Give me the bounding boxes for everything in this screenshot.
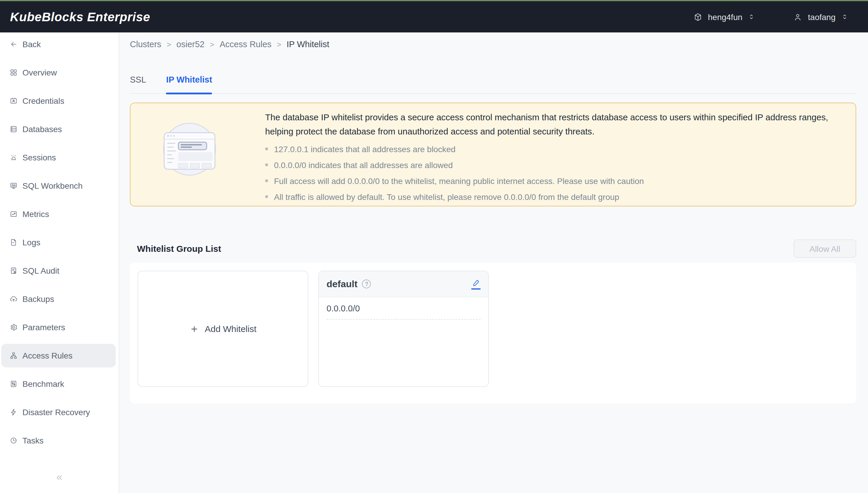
breadcrumb-access-rules[interactable]: Access Rules	[220, 40, 271, 49]
collapse-chevrons-icon: «	[56, 471, 62, 483]
breadcrumb-separator-icon: >	[166, 40, 171, 49]
banner-bullet: 127.0.0.1 indicates that all addresses a…	[265, 141, 847, 157]
sitemap-icon	[9, 351, 18, 360]
top-accent-bar	[0, 0, 868, 1]
whitelist-group-card: default ? 0.0.0.0/0	[318, 271, 489, 387]
breadcrumb-separator-icon: >	[210, 40, 214, 49]
sidebar-nav: Back Overview Creden	[0, 33, 119, 457]
main-content: Clusters > osier52 > Access Rules > IP W…	[119, 33, 868, 493]
sidebar-item-parameters[interactable]: Parameters	[1, 316, 116, 339]
group-card-header: default ?	[319, 271, 488, 297]
top-header-bar: KubeBlocks Enterprise heng4fun taofang	[0, 0, 868, 33]
sidebar-item-label: Metrics	[22, 209, 49, 219]
whitelist-panel: Add Whitelist default ?	[130, 262, 856, 403]
add-whitelist-card[interactable]: Add Whitelist	[138, 271, 308, 387]
org-selector[interactable]: heng4fun	[693, 12, 755, 22]
sidebar-item-logs[interactable]: Logs	[1, 231, 116, 254]
sql-monitor-icon: SQL	[9, 181, 18, 190]
sidebar-item-databases[interactable]: Databases	[1, 117, 116, 141]
banner-bullet: Full access will add 0.0.0.0/0 to the wh…	[265, 173, 847, 189]
whitelist-entry: 0.0.0.0/0	[326, 297, 481, 320]
sliders-icon	[9, 380, 18, 388]
banner-bullet: All traffic is allowed by default. To us…	[265, 189, 847, 205]
sidebar-item-sql-workbench[interactable]: SQL SQL Workbench	[1, 174, 116, 197]
id-badge-icon	[9, 97, 18, 105]
sidebar-item-back[interactable]: Back	[1, 33, 116, 56]
sidebar-item-credentials[interactable]: Credentials	[1, 89, 116, 113]
sidebar-item-disaster-recovery[interactable]: Disaster Recovery	[1, 401, 116, 424]
sidebar-item-tasks[interactable]: Tasks	[1, 429, 116, 452]
add-whitelist-label: Add Whitelist	[205, 324, 256, 334]
tab-ip-whitelist[interactable]: IP Whitelist	[166, 74, 212, 93]
sidebar-item-label: Overview	[22, 68, 57, 77]
sidebar-item-label: Access Rules	[22, 351, 73, 360]
banner-bullet-list: 127.0.0.1 indicates that all addresses a…	[265, 141, 847, 205]
banner-bullet-text: 127.0.0.1 indicates that all addresses a…	[274, 144, 456, 154]
sidebar: Back Overview Creden	[0, 33, 119, 493]
banner-bullet-text: 0.0.0.0/0 indicates that all addresses a…	[274, 160, 453, 170]
clock-icon	[9, 436, 18, 445]
user-name: taofang	[808, 12, 835, 22]
breadcrumb-clusters[interactable]: Clusters	[130, 40, 161, 49]
bullet-dot-icon	[265, 147, 268, 150]
cloud-upload-icon	[9, 295, 18, 303]
banner-bullet-text: Full access will add 0.0.0.0/0 to the wh…	[274, 176, 644, 186]
group-name: default	[326, 279, 358, 289]
group-card-body: 0.0.0.0/0	[319, 297, 488, 320]
sidebar-item-label: Backups	[22, 294, 54, 304]
allow-all-button[interactable]: Allow All	[793, 239, 856, 258]
user-selector[interactable]: taofang	[793, 12, 849, 22]
document-icon	[9, 238, 18, 246]
banner-bullet-text: All traffic is allowed by default. To us…	[274, 192, 619, 201]
sidebar-item-access-rules[interactable]: Access Rules	[1, 344, 116, 367]
sidebar-item-label: SQL Workbench	[22, 181, 83, 191]
sidebar-item-backups[interactable]: Backups	[1, 287, 116, 311]
plus-icon	[189, 324, 199, 334]
sidebar-collapse-button[interactable]: «	[0, 467, 119, 487]
section-title: Whitelist Group List	[137, 243, 221, 254]
pen-underline	[471, 288, 481, 289]
sidebar-item-label: Back	[22, 40, 41, 49]
sidebar-item-benchmark[interactable]: Benchmark	[1, 372, 116, 396]
banner-bullet: 0.0.0.0/0 indicates that all addresses a…	[265, 157, 847, 173]
breadcrumb-cluster-name[interactable]: osier52	[177, 40, 205, 49]
banner-text-block: The database IP whitelist provides a sec…	[265, 103, 847, 206]
gear-icon	[9, 323, 18, 331]
audit-document-icon	[9, 266, 18, 275]
sidebar-item-overview[interactable]: Overview	[1, 61, 116, 84]
header-right-group: heng4fun taofang	[693, 12, 849, 22]
sidebar-item-label: Logs	[22, 238, 40, 247]
cube-icon	[693, 12, 703, 22]
banner-description: The database IP whitelist provides a sec…	[265, 110, 847, 138]
sidebar-item-metrics[interactable]: Metrics	[1, 202, 116, 226]
siren-icon	[9, 153, 18, 162]
app-body: Back Overview Creden	[0, 33, 868, 493]
tab-ssl[interactable]: SSL	[130, 74, 146, 93]
sidebar-item-label: Databases	[22, 124, 62, 134]
help-icon[interactable]: ?	[362, 280, 371, 288]
arrow-left-icon	[9, 40, 18, 48]
sidebar-item-sessions[interactable]: Sessions	[1, 146, 116, 169]
edit-group-button[interactable]	[471, 279, 481, 289]
breadcrumb-separator-icon: >	[277, 40, 281, 49]
org-name: heng4fun	[708, 12, 743, 22]
info-banner: The database IP whitelist provides a sec…	[130, 103, 856, 207]
chart-icon	[9, 210, 18, 218]
bullet-dot-icon	[265, 163, 268, 166]
updown-chevron-icon	[748, 13, 755, 21]
sidebar-item-label: Credentials	[22, 96, 64, 106]
sidebar-item-label: Disaster Recovery	[22, 407, 90, 417]
sidebar-item-label: Sessions	[22, 153, 56, 162]
app-viewport: KubeBlocks Enterprise heng4fun taofang	[0, 0, 868, 493]
lightning-icon	[9, 408, 18, 416]
bullet-dot-icon	[265, 195, 268, 198]
sidebar-item-sql-audit[interactable]: SQL Audit	[1, 259, 116, 282]
breadcrumb-current-page: IP Whitelist	[287, 40, 329, 49]
grid-icon	[9, 68, 18, 77]
sidebar-item-label: Tasks	[22, 436, 44, 445]
sidebar-item-label: Benchmark	[22, 379, 64, 389]
server-icon	[9, 125, 18, 133]
breadcrumb: Clusters > osier52 > Access Rules > IP W…	[130, 38, 856, 50]
sidebar-item-label: Parameters	[22, 323, 65, 332]
updown-chevron-icon	[841, 13, 849, 21]
